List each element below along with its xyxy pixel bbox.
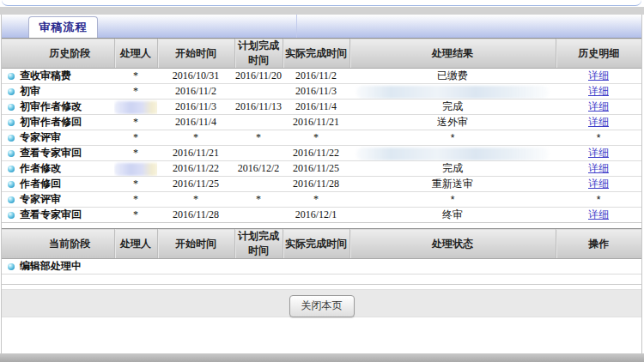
table-row: 查收审稿费*2016/10/312016/11/202016/11/2已缴费详细 [2, 69, 641, 84]
table-row: 作者修改2016/11/222016/12/22016/11/25完成详细 [2, 161, 641, 177]
column-header: 处理结果 [349, 39, 556, 69]
stage-bullet-icon [8, 73, 15, 80]
result-value: 完成 [442, 100, 463, 112]
detail-cell: 详细 [556, 115, 641, 130]
handler-cell: * [114, 115, 157, 130]
planned-cell [234, 115, 283, 130]
column-header: 实际完成时间 [283, 229, 349, 259]
column-header: 操作 [556, 229, 641, 259]
handler-cell [114, 259, 157, 275]
stage-bullet-icon [8, 181, 15, 188]
bottom-button-strip: 关闭本页 [2, 289, 641, 317]
result-cell: 完成 [349, 100, 556, 115]
start-value: 2016/11/4 [175, 116, 216, 128]
footer-bar [0, 353, 644, 362]
detail-cell: 详细 [556, 208, 641, 223]
actual-cell: 2016/11/4 [283, 100, 349, 115]
redaction-blur [114, 163, 157, 176]
actual-cell: 2016/11/3 [283, 84, 349, 100]
close-page-button[interactable]: 关闭本页 [289, 295, 355, 317]
tab-review-process[interactable]: 审稿流程 [28, 16, 98, 38]
result-value: * [451, 132, 455, 144]
column-header: 开始时间 [157, 229, 234, 259]
start-value: * [193, 131, 198, 143]
stage-bullet-icon [8, 88, 15, 95]
actual-value: 2016/12/1 [295, 208, 337, 220]
spacer-row [2, 275, 641, 285]
start-cell: 2016/11/22 [157, 161, 234, 177]
handler-cell: * [114, 69, 157, 84]
start-cell: 2016/11/25 [157, 177, 234, 192]
handler-value: * [133, 116, 138, 128]
stage-cell: 专家评审 [2, 130, 114, 146]
tab-strip: 审稿流程 [2, 15, 641, 38]
start-cell: 2016/11/28 [157, 208, 234, 223]
detail-cell: 详细 [556, 100, 641, 115]
page: 审稿流程 历史阶段处理人开始时间计划完成时间实际完成时间处理结果历史明细 查收审… [0, 0, 644, 362]
detail-cell: 详细 [556, 177, 641, 192]
detail-cell: 详细 [556, 161, 641, 177]
stage-label: 专家评审 [20, 131, 61, 143]
detail-link[interactable]: 详细 [588, 116, 609, 128]
stage-cell: 作者修回 [2, 177, 114, 192]
redaction-blur [114, 101, 157, 114]
content-panel: 审稿流程 历史阶段处理人开始时间计划完成时间实际完成时间处理结果历史明细 查收审… [1, 15, 642, 353]
stage-cell: 查收审稿费 [2, 69, 114, 84]
handler-value: * [133, 85, 138, 97]
column-header: 历史阶段 [2, 39, 114, 69]
stage-label: 查看专家审回 [20, 147, 82, 159]
planned-cell: * [234, 192, 283, 208]
detail-link[interactable]: 详细 [588, 162, 609, 174]
detail-cell: * [556, 130, 641, 146]
planned-cell: 2016/12/2 [234, 161, 283, 177]
stage-cell: 编辑部处理中 [2, 259, 114, 275]
current-header-row: 当前阶段处理人开始时间计划完成时间实际完成时间处理状态操作 [2, 229, 641, 259]
actual-value: * [313, 131, 319, 143]
detail-link[interactable]: 详细 [588, 69, 609, 81]
handler-cell: * [114, 146, 157, 161]
stage-bullet-icon [8, 166, 15, 172]
start-cell: 2016/10/31 [157, 69, 234, 84]
actual-value: 2016/11/25 [293, 162, 339, 174]
actual-cell: 2016/11/25 [283, 161, 349, 177]
stage-label: 查收审稿费 [20, 69, 71, 81]
actual-value: 2016/11/28 [293, 178, 339, 190]
column-header: 处理人 [114, 229, 157, 259]
table-row: 专家评审****** [2, 192, 641, 208]
actual-cell: * [283, 192, 349, 208]
stage-label: 初审 [20, 85, 40, 97]
stage-label: 专家评审 [20, 193, 61, 205]
stage-cell: 专家评审 [2, 192, 114, 208]
planned-value: 2016/12/2 [238, 162, 280, 174]
handler-cell: * [114, 130, 157, 146]
stage-bullet-icon [8, 196, 15, 203]
result-value: 终审 [442, 208, 463, 220]
planned-value: 2016/11/13 [235, 100, 282, 112]
result-value: 已缴费 [437, 69, 468, 81]
actual-value: * [313, 193, 319, 205]
stage-cell: 作者修改 [2, 161, 114, 177]
result-value: * [451, 194, 455, 206]
detail-link[interactable]: 详细 [588, 100, 609, 112]
start-cell: 2016/11/4 [157, 115, 234, 130]
detail-link[interactable]: 详细 [588, 178, 609, 190]
detail-link[interactable]: 详细 [588, 208, 609, 220]
detail-link[interactable]: 详细 [588, 147, 609, 159]
result-cell [349, 84, 556, 100]
start-value: * [193, 193, 198, 205]
table-row: 编辑部处理中 [2, 259, 641, 275]
column-header: 处理人 [114, 39, 157, 69]
actual-value: 2016/11/21 [293, 116, 339, 128]
detail-link[interactable]: 详细 [588, 85, 609, 97]
start-cell [157, 259, 234, 275]
stage-label: 初审作者修回 [20, 116, 82, 128]
detail-cell: * [556, 192, 641, 208]
stage-bullet-icon [8, 212, 15, 219]
handler-cell [114, 161, 157, 177]
handler-cell: * [114, 177, 157, 192]
handler-value: * [133, 208, 138, 220]
actual-cell: 2016/12/1 [283, 208, 349, 223]
handler-cell: * [114, 192, 157, 208]
result-cell [349, 259, 556, 275]
page-gap-band [0, 7, 644, 15]
